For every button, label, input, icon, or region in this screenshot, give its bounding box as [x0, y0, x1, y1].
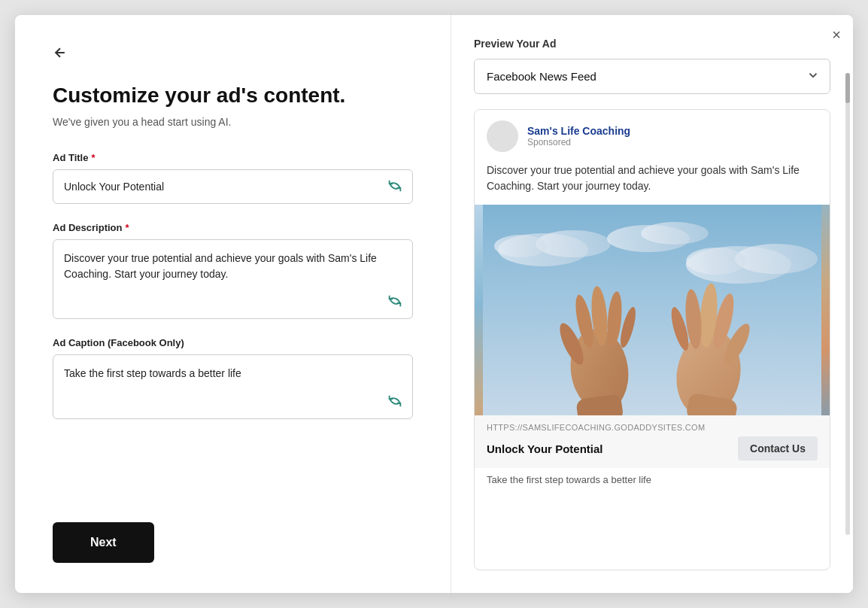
- back-button[interactable]: [53, 45, 413, 60]
- required-star-desc: *: [125, 222, 129, 233]
- right-panel: × Preview Your Ad Facebook News Feed Ins…: [451, 15, 853, 593]
- preview-label: Preview Your Ad: [474, 38, 830, 50]
- ad-caption-input-wrapper: [53, 354, 413, 419]
- avatar: [487, 120, 518, 152]
- refresh-icon[interactable]: [387, 178, 403, 194]
- close-button[interactable]: ×: [832, 27, 841, 42]
- ad-image: [475, 205, 830, 415]
- ad-url: HTTPS://SAMSLIFECOACHING.GODADDYSITES.CO…: [487, 423, 818, 432]
- ad-preview-card: Sam's Life Coaching Sponsored Discover y…: [474, 109, 830, 570]
- svg-point-2: [536, 230, 611, 257]
- svg-point-5: [735, 244, 818, 274]
- svg-point-6: [686, 248, 746, 275]
- svg-point-8: [641, 222, 709, 245]
- ad-title-label: Ad Title *: [53, 152, 413, 163]
- company-name: Sam's Life Coaching: [527, 125, 630, 137]
- ad-description-input[interactable]: [53, 240, 412, 315]
- contact-us-button[interactable]: Contact Us: [738, 436, 818, 461]
- next-button[interactable]: Next: [53, 522, 154, 563]
- ad-header: Sam's Life Coaching Sponsored: [475, 110, 830, 163]
- ad-cta-row: Unlock Your Potential Contact Us: [487, 436, 818, 461]
- modal-container: Customize your ad's content. We've given…: [15, 15, 853, 593]
- ad-title-input[interactable]: [53, 170, 412, 203]
- ad-caption-field-group: Ad Caption (Facebook Only): [53, 337, 413, 419]
- ad-caption-input[interactable]: [53, 355, 412, 415]
- sponsored-label: Sponsored: [527, 137, 630, 147]
- ad-title-field-group: Ad Title *: [53, 152, 413, 204]
- scrollbar-thumb[interactable]: [845, 73, 850, 103]
- required-star: *: [91, 152, 95, 163]
- preview-dropdown[interactable]: Facebook News Feed Instagram Feed Facebo…: [474, 59, 830, 94]
- ad-footer: HTTPS://SAMSLIFECOACHING.GODADDYSITES.CO…: [475, 415, 830, 468]
- ad-description-label: Ad Description *: [53, 222, 413, 233]
- svg-point-3: [494, 235, 547, 257]
- page-title: Customize your ad's content.: [53, 83, 413, 108]
- left-panel: Customize your ad's content. We've given…: [15, 15, 451, 593]
- ad-meta: Sam's Life Coaching Sponsored: [527, 125, 630, 147]
- refresh-icon-caption[interactable]: [387, 393, 403, 409]
- page-subtitle: We've given you a head start using AI.: [53, 116, 413, 128]
- ad-cta-title: Unlock Your Potential: [487, 442, 602, 455]
- ad-title-input-wrapper: [53, 169, 413, 204]
- ad-caption-label: Ad Caption (Facebook Only): [53, 337, 413, 348]
- ad-description-input-wrapper: [53, 239, 413, 319]
- ad-description-preview: Discover your true potential and achieve…: [475, 163, 830, 205]
- scrollbar[interactable]: [845, 73, 850, 535]
- ad-description-field-group: Ad Description *: [53, 222, 413, 319]
- preview-dropdown-wrapper: Facebook News Feed Instagram Feed Facebo…: [474, 59, 830, 94]
- ad-caption-preview: Take the first step towards a better lif…: [475, 468, 830, 496]
- refresh-icon-desc[interactable]: [387, 293, 403, 309]
